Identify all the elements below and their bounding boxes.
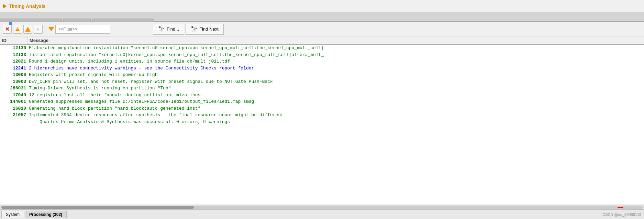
- info-triangle-icon: ⚠: [25, 27, 31, 32]
- id-cell: 12021: [0, 58, 27, 65]
- id-cell: [0, 119, 27, 125]
- table-row: 122412 hierarchies have connectivity war…: [0, 65, 644, 72]
- separator: [45, 25, 45, 33]
- message-cell: Quartus Prime Analysis & Synthesis was s…: [27, 119, 644, 125]
- filter-icon: [48, 27, 54, 31]
- message-cell: Found 1 design units, including 1 entiti…: [27, 58, 644, 65]
- bottom-tab-bar: System Processing (302) CSDN @qq_5308811…: [0, 209, 644, 219]
- table-row: 12130Elaborated megafunction instantiati…: [0, 45, 644, 52]
- scrollbar-thumb[interactable]: [1, 206, 194, 209]
- bottom-tab-processing[interactable]: Processing (302): [25, 211, 67, 218]
- message-cell: Generating hard_block partition "hard_bl…: [27, 105, 644, 112]
- log-header: ID Message: [0, 36, 644, 45]
- message-cell: Generated suppressed messages file D:/in…: [27, 98, 644, 105]
- id-cell: 16010: [0, 105, 27, 112]
- scrollbar-area[interactable]: ←: [0, 205, 644, 209]
- tab-strip: [0, 12, 644, 22]
- tab-3[interactable]: [92, 19, 154, 22]
- find-next-label: Find Next: [199, 26, 219, 32]
- id-cell: 13000: [0, 72, 27, 78]
- message-cell: Elaborated megafunction instantiation "k…: [27, 45, 644, 52]
- filter-icon-wrapper: [48, 27, 54, 31]
- table-row: 1704912 registers lost all their fanouts…: [0, 92, 644, 99]
- table-row: 12021Found 1 design units, including 1 e…: [0, 58, 644, 65]
- id-cell: 12133: [0, 52, 27, 58]
- filter-input[interactable]: [55, 25, 110, 34]
- triangle-warn-icon: !: [15, 27, 20, 31]
- bottom-tab-system[interactable]: System: [1, 211, 24, 218]
- notification-dot: [9, 22, 12, 25]
- table-row: 21057Implemented 3954 device resources a…: [0, 112, 644, 119]
- toolbar: ✕ ! ⚠ ↖ 🔭 Find... 🔭 Find Next: [0, 22, 644, 36]
- x-icon: ✕: [5, 26, 10, 32]
- id-cell: 12241: [0, 65, 27, 72]
- info-filter-button[interactable]: ⚠: [23, 25, 32, 34]
- message-cell: Registers with preset signals will power…: [27, 72, 644, 78]
- binoculars-next-icon: 🔭: [191, 26, 198, 32]
- find-button[interactable]: 🔭 Find...: [153, 24, 184, 35]
- id-cell: 13003: [0, 78, 27, 85]
- id-cell: 21057: [0, 112, 27, 119]
- message-cell: 2 hierarchies have connectivity warnings…: [27, 65, 644, 72]
- binoculars-icon: 🔭: [158, 26, 165, 32]
- cursor-icon: ↖: [37, 26, 40, 32]
- tab-2[interactable]: [63, 19, 91, 22]
- warning-filter-button[interactable]: !: [13, 25, 22, 34]
- cursor-button[interactable]: ↖: [34, 25, 43, 34]
- id-cell: 12130: [0, 45, 27, 52]
- table-row: 13003DEV_CLRn pin will set, and not rese…: [0, 78, 644, 85]
- id-cell: 144001: [0, 98, 27, 105]
- table-row: 16010Generating hard_block partition "ha…: [0, 105, 644, 112]
- message-cell: Instantiated megafunction "kernel:u0|ker…: [27, 52, 644, 58]
- table-row: Quartus Prime Analysis & Synthesis was s…: [0, 119, 644, 125]
- timing-analysis-label: Timing Analysis: [9, 3, 46, 9]
- message-cell: Timing-Driven Synthesis is running on pa…: [27, 85, 644, 92]
- timing-analysis-button[interactable]: Timing Analysis: [3, 3, 46, 9]
- id-column-header: ID: [0, 37, 27, 44]
- id-cell: 286031: [0, 85, 27, 92]
- error-filter-button[interactable]: ✕: [3, 25, 12, 34]
- watermark: CSDN @qq_53088119: [602, 212, 641, 217]
- message-column-header: Message: [27, 37, 644, 44]
- id-cell: 17049: [0, 92, 27, 99]
- table-row: 12133Instantiated megafunction "kernel:u…: [0, 52, 644, 58]
- message-cell: 12 registers lost all their fanouts duri…: [27, 92, 644, 99]
- horizontal-scrollbar[interactable]: [1, 206, 643, 209]
- log-area: ID Message 12130Elaborated megafunction …: [0, 36, 644, 205]
- message-cell: Implemented 3954 device resources after …: [27, 112, 644, 119]
- table-row: 144001Generated suppressed messages file…: [0, 98, 644, 105]
- find-next-button[interactable]: 🔭 Find Next: [186, 24, 224, 35]
- table-row: 13000Registers with preset signals will …: [0, 72, 644, 78]
- find-label: Find...: [167, 26, 179, 32]
- play-icon: [3, 4, 7, 9]
- message-cell: DEV_CLRn pin will set, and not reset, re…: [27, 78, 644, 85]
- top-bar: Timing Analysis: [0, 0, 644, 12]
- log-rows-container: 12130Elaborated megafunction instantiati…: [0, 45, 644, 125]
- table-row: 286031Timing-Driven Synthesis is running…: [0, 85, 644, 92]
- tab-1[interactable]: [0, 19, 62, 22]
